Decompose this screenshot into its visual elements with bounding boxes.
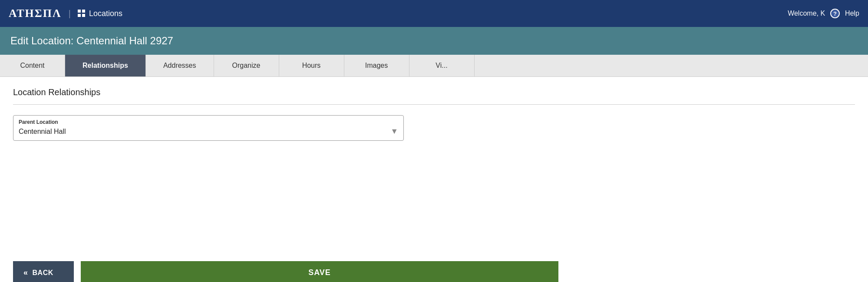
tab-content[interactable]: Content: [0, 55, 65, 76]
top-navigation: ΑΤΗΣΠΛ | Locations Welcome, K ? Help: [0, 0, 868, 27]
locations-label: Locations: [89, 9, 122, 18]
back-label: Back: [33, 269, 53, 277]
save-button[interactable]: Save: [81, 261, 558, 282]
tab-vi[interactable]: Vi...: [409, 55, 475, 76]
help-link[interactable]: Help: [845, 10, 859, 17]
tab-hours[interactable]: Hours: [279, 55, 344, 76]
save-label: Save: [308, 268, 331, 277]
back-button[interactable]: « Back: [13, 261, 74, 282]
locations-nav[interactable]: Locations: [78, 9, 122, 18]
parent-location-select-row[interactable]: Centennial Hall ▼: [19, 127, 398, 136]
tabs-bar: Content Relationships Addresses Organize…: [0, 55, 868, 77]
logo-text: ΑΤΗΣΠΛ: [9, 7, 62, 20]
nav-right: Welcome, K ? Help: [788, 9, 859, 18]
parent-location-value: Centennial Hall: [19, 128, 66, 136]
main-content: Location Relationships Parent Location C…: [0, 77, 868, 251]
bottom-actions: « Back Save: [0, 251, 868, 282]
help-icon[interactable]: ?: [830, 9, 840, 18]
section-divider: [13, 104, 855, 105]
nav-divider: |: [69, 9, 71, 19]
dropdown-arrow-icon: ▼: [390, 127, 398, 136]
section-title: Location Relationships: [13, 87, 855, 97]
parent-location-field[interactable]: Parent Location Centennial Hall ▼: [13, 115, 404, 141]
page-header: Edit Location: Centennial Hall 2927: [0, 27, 868, 55]
tab-images[interactable]: Images: [344, 55, 409, 76]
parent-location-label: Parent Location: [19, 119, 398, 125]
grid-icon: [78, 10, 86, 17]
tab-addresses[interactable]: Addresses: [146, 55, 214, 76]
tab-relationships[interactable]: Relationships: [65, 55, 146, 76]
nav-left: ΑΤΗΣΠΛ | Locations: [9, 7, 122, 20]
welcome-text: Welcome, K: [788, 10, 825, 17]
page-title: Edit Location: Centennial Hall 2927: [10, 35, 858, 47]
logo-area[interactable]: ΑΤΗΣΠΛ: [9, 7, 62, 20]
tab-organize[interactable]: Organize: [214, 55, 279, 76]
back-chevron-icon: «: [23, 268, 28, 277]
